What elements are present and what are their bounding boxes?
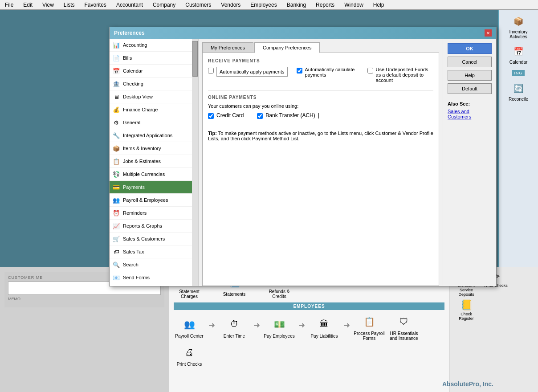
nav-item-jobs-estimates[interactable]: 📋Jobs & Estimates	[110, 155, 198, 168]
nav-item-sales-tax[interactable]: 🏷Sales Tax	[110, 245, 198, 258]
nav-item-label-send-forms: Send Forms	[123, 275, 150, 280]
nav-scrollbar[interactable]	[192, 39, 198, 286]
nav-item-service-connection[interactable]: 🔗Service Connection	[110, 284, 198, 286]
flow-item-pay-liabilities[interactable]: 🏛 Pay Liabilities	[309, 316, 340, 339]
nav-item-payroll-employees[interactable]: 👥Payroll & Employees	[110, 194, 198, 207]
desktop-view-icon: 🖥	[112, 93, 120, 101]
nav-item-payments[interactable]: 💳Payments	[110, 181, 198, 194]
nav-panel: 📊Accounting📄Bills📅Calendar🏦Checking🖥Desk…	[110, 39, 199, 286]
flow-item-print-checks[interactable]: 🖨 Print Checks	[174, 344, 205, 367]
menu-view[interactable]: View	[41, 1, 55, 8]
enter-time-icon: ⏱	[226, 316, 242, 332]
menu-banking[interactable]: Banking	[285, 1, 307, 8]
nav-item-multiple-currencies[interactable]: 💱Multiple Currencies	[110, 168, 198, 181]
search-icon: 🔍	[112, 261, 120, 269]
undeposited-checkbox[interactable]	[367, 68, 373, 74]
tip-prefix: Tip:	[208, 131, 217, 136]
sidebar-calendar[interactable]: 📅 Calendar	[509, 45, 528, 65]
section-divider-1	[208, 90, 433, 90]
auto-apply-checkbox[interactable]	[208, 68, 214, 74]
pay-liabilities-icon: 🏛	[316, 316, 332, 332]
menu-employees[interactable]: Employees	[249, 1, 278, 8]
sidebar-reconcile[interactable]: 🔄 Reconcile	[509, 82, 528, 102]
nav-item-items-inventory[interactable]: 📦Items & Inventory	[110, 142, 198, 155]
nav-item-reports-graphs[interactable]: 📈Reports & Graphs	[110, 220, 198, 233]
undeposited-row: Use Undeposited Funds as a default depos…	[367, 67, 429, 83]
employees-section-header: EMPLOYEES	[174, 302, 444, 310]
reports-graphs-icon: 📈	[112, 222, 120, 230]
nav-item-desktop-view[interactable]: 🖥Desktop View	[110, 90, 198, 103]
menu-customers[interactable]: Customers	[184, 1, 212, 8]
multiple-currencies-icon: 💱	[112, 170, 120, 178]
menu-lists[interactable]: Lists	[62, 1, 76, 8]
bank-transfer-checkbox[interactable]	[257, 113, 263, 119]
sales-tax-icon: 🏷	[112, 248, 120, 256]
nav-item-sales-customers[interactable]: 🛒Sales & Customers	[110, 233, 198, 245]
menu-file[interactable]: File	[4, 1, 15, 8]
nav-item-calendar[interactable]: 📅Calendar	[110, 65, 198, 78]
menu-edit[interactable]: Edit	[22, 1, 34, 8]
menu-reports[interactable]: Reports	[314, 1, 336, 8]
check-register-icon: 📒	[461, 299, 473, 311]
flow-item-payroll-center[interactable]: 👥 Payroll Center	[174, 316, 205, 339]
cancel-button[interactable]: Cancel	[448, 57, 492, 67]
dialog-close-button[interactable]: ✕	[485, 29, 492, 37]
payroll-center-icon: 👥	[181, 316, 197, 332]
process-payroll-icon: 📋	[361, 314, 377, 330]
nav-item-search[interactable]: 🔍Search	[110, 258, 198, 271]
menu-bar: File Edit View Lists Favorites Accountan…	[0, 0, 538, 10]
nav-item-bills[interactable]: 📄Bills	[110, 52, 198, 65]
accounting-icon: 📊	[112, 41, 120, 49]
auto-calc-checkbox[interactable]	[297, 68, 302, 74]
also-see-link-0[interactable]: Sales and Customers	[448, 109, 492, 119]
checking-icon: 🏦	[112, 80, 120, 88]
menu-accountant[interactable]: Accountant	[115, 1, 144, 8]
menu-help[interactable]: Help	[372, 1, 386, 8]
dialog-body: 📊Accounting📄Bills📅Calendar🏦Checking🖥Desk…	[110, 39, 496, 286]
jobs-estimates-icon: 📋	[112, 157, 120, 165]
flow-item-enter-time[interactable]: ⏱ Enter Time	[219, 316, 250, 339]
nav-item-integrated-apps[interactable]: 🔧Integrated Applications	[110, 129, 198, 142]
nav-item-finance-charge[interactable]: 💰Finance Charge	[110, 103, 198, 116]
nav-item-accounting[interactable]: 📊Accounting	[110, 39, 198, 52]
icon-check-register[interactable]: 📒 Check Register	[453, 299, 480, 321]
payments-icon: 💳	[112, 183, 120, 191]
flow-item-process-payroll[interactable]: 📋 Process Payroll Forms	[354, 314, 385, 341]
nav-item-label-reports-graphs: Reports & Graphs	[123, 223, 162, 229]
auto-apply-label: Automatically apply payments	[216, 67, 288, 77]
dialog-title: Preferences	[114, 30, 145, 36]
help-button[interactable]: Help	[448, 70, 492, 81]
tab-bar: My Preferences Company Preferences	[199, 39, 443, 53]
tab-company-preferences[interactable]: Company Preferences	[254, 42, 320, 53]
menu-favorites[interactable]: Favorites	[83, 1, 108, 8]
online-payments-desc: Your customers can pay you online using:	[208, 103, 433, 109]
nav-item-label-payments: Payments	[123, 184, 145, 190]
menu-window[interactable]: Window	[343, 1, 365, 8]
flow-item-pay-employees[interactable]: 💵 Pay Employees	[264, 316, 295, 339]
sidebar-inventory-activities[interactable]: 📦 Inventory Activities	[501, 14, 536, 39]
auto-calc-row: Automatically calculate payments	[297, 67, 359, 83]
reminders-icon: ⏰	[112, 209, 120, 217]
ok-button[interactable]: OK	[448, 43, 492, 54]
nav-item-general[interactable]: ⚙General	[110, 116, 198, 129]
main-panel: My Preferences Company Preferences RECEI…	[199, 39, 443, 286]
credit-card-checkbox[interactable]	[208, 113, 214, 119]
preferences-dialog: Preferences ✕ 📊Accounting📄Bills📅Calendar…	[109, 27, 497, 286]
tab-my-preferences[interactable]: My Preferences	[202, 42, 253, 53]
calendar-icon: 📅	[112, 67, 120, 75]
nav-item-label-items-inventory: Items & Inventory	[123, 146, 161, 151]
also-see-section: Also See: Sales and Customers	[448, 101, 492, 121]
nav-item-send-forms[interactable]: 📧Send Forms	[110, 271, 198, 284]
flow-item-hr[interactable]: 🛡 HR Essentials and Insurance	[388, 314, 420, 341]
nav-item-label-desktop-view: Desktop View	[123, 94, 153, 99]
items-inventory-icon: 📦	[112, 144, 120, 152]
receive-payments-label: RECEIVE PAYMENTS	[208, 58, 433, 63]
emp-arrow-1: ➜	[208, 320, 215, 330]
menu-vendors[interactable]: Vendors	[220, 1, 242, 8]
inventory-activities-icon: 📦	[511, 14, 526, 29]
app-right-sidebar: 📦 Inventory Activities 📅 Calendar ING 🔄 …	[498, 10, 538, 267]
default-button[interactable]: Default	[448, 83, 492, 94]
nav-item-checking[interactable]: 🏦Checking	[110, 78, 198, 90]
menu-company[interactable]: Company	[151, 1, 177, 8]
nav-item-reminders[interactable]: ⏰Reminders	[110, 207, 198, 220]
